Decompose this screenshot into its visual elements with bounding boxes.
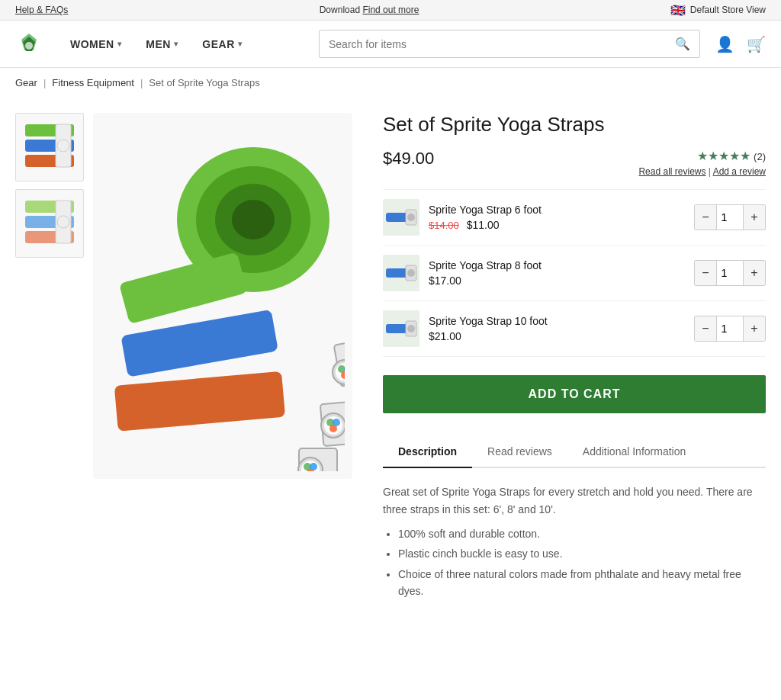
read-all-reviews-link[interactable]: Read all reviews [638, 166, 705, 177]
find-out-more-link[interactable]: Find out more [362, 5, 419, 15]
breadcrumb-current: Set of Sprite Yoga Straps [149, 77, 259, 88]
add-review-link[interactable]: Add a review [713, 166, 766, 177]
breadcrumb-gear[interactable]: Gear [15, 77, 37, 88]
account-icon[interactable]: 👤 [715, 35, 734, 53]
strap-current-price-1: $11.00 [467, 219, 500, 231]
svg-point-2 [25, 42, 33, 50]
top-bar: Help & FAQs Download Find out more 🇬🇧 De… [0, 0, 781, 21]
qty-decrease-1[interactable]: − [695, 205, 716, 230]
help-link[interactable]: Help & FAQs [15, 5, 68, 15]
add-to-cart-button[interactable]: ADD TO CART [383, 375, 766, 413]
svg-point-16 [232, 200, 275, 239]
strap-qty-2: − + [694, 260, 766, 286]
nav-gear[interactable]: GEAR ▾ [190, 32, 254, 56]
thumbnail-list [15, 113, 84, 618]
svg-point-46 [407, 325, 415, 332]
logo[interactable] [15, 31, 43, 58]
strap-thumb-3 [383, 310, 419, 347]
strap-name-1: Sprite Yoga Strap 6 foot [429, 204, 685, 216]
qty-decrease-3[interactable]: − [695, 316, 716, 341]
flag-icon: 🇬🇧 [670, 5, 686, 15]
tab-content-description: Great set of Sprite Yoga Straps for ever… [383, 468, 766, 618]
strap-price-1: $14.00 $11.00 [429, 219, 685, 231]
product-details: Set of Sprite Yoga Straps $49.00 ★★★★★ (… [383, 113, 766, 618]
svg-point-7 [57, 140, 69, 152]
search-input[interactable] [329, 38, 675, 50]
qty-increase-1[interactable]: + [744, 205, 765, 230]
store-label: Default Store View [690, 5, 766, 15]
strap-qty-3: − + [694, 316, 766, 342]
svg-point-12 [57, 216, 69, 228]
main-product-image[interactable] [93, 113, 352, 479]
main-nav: WOMEN ▾ MEN ▾ GEAR ▾ [58, 32, 254, 56]
svg-point-31 [329, 425, 337, 432]
nav-men[interactable]: MEN ▾ [133, 32, 190, 56]
svg-rect-17 [119, 252, 248, 325]
product-images [15, 113, 352, 618]
price-rating-row: $49.00 ★★★★★ (2) Read all reviews | Add … [383, 149, 766, 177]
search-bar[interactable]: 🔍 [319, 30, 700, 58]
header: WOMEN ▾ MEN ▾ GEAR ▾ 🔍 👤 🛒 [0, 21, 781, 68]
breadcrumb: Gear | Fitness Equipment | Set of Sprite… [0, 68, 781, 98]
thumbnail-1[interactable] [15, 113, 84, 181]
strap-info-2: Sprite Yoga Strap 8 foot $17.00 [429, 259, 685, 287]
qty-increase-2[interactable]: + [744, 261, 765, 285]
store-selector[interactable]: 🇬🇧 Default Store View [670, 5, 766, 15]
qty-input-2[interactable] [716, 261, 744, 285]
product-tabs: Description Read reviews Additional Info… [383, 436, 766, 468]
tab-additional[interactable]: Additional Information [567, 436, 701, 468]
feature-item: Choice of three natural colors made from… [398, 566, 766, 600]
chevron-down-icon: ▾ [117, 40, 122, 48]
header-icons: 👤 🛒 [715, 35, 766, 53]
strap-thumb-1 [383, 199, 419, 236]
strap-item-1: Sprite Yoga Strap 6 foot $14.00 $11.00 −… [383, 189, 766, 246]
rating-section: ★★★★★ (2) Read all reviews | Add a revie… [638, 149, 766, 177]
strap-thumb-2 [383, 255, 419, 291]
rating-count: (2) [754, 151, 766, 162]
cart-icon[interactable]: 🛒 [747, 35, 766, 53]
download-info: Download Find out more [320, 5, 419, 15]
chevron-down-icon: ▾ [174, 40, 178, 48]
svg-point-40 [407, 214, 415, 221]
strap-list: Sprite Yoga Strap 6 foot $14.00 $11.00 −… [383, 189, 766, 357]
tab-reviews[interactable]: Read reviews [472, 436, 567, 468]
strap-qty-1: − + [694, 204, 766, 230]
strap-price-3: $21.00 [429, 330, 685, 342]
star-rating: ★★★★★ [697, 149, 750, 162]
chevron-down-icon: ▾ [238, 40, 243, 48]
svg-rect-19 [114, 371, 285, 432]
thumbnail-2[interactable] [15, 189, 84, 258]
main-content: Set of Sprite Yoga Straps $49.00 ★★★★★ (… [0, 98, 781, 634]
breadcrumb-fitness[interactable]: Fitness Equipment [52, 77, 134, 88]
review-links: Read all reviews | Add a review [638, 166, 766, 177]
search-icon: 🔍 [675, 37, 690, 51]
strap-item-3: Sprite Yoga Strap 10 foot $21.00 − + [383, 301, 766, 357]
product-title: Set of Sprite Yoga Straps [383, 113, 766, 136]
qty-input-3[interactable] [716, 316, 744, 341]
qty-increase-3[interactable]: + [744, 316, 765, 341]
strap-name-3: Sprite Yoga Strap 10 foot [429, 315, 685, 327]
qty-decrease-2[interactable]: − [695, 261, 716, 285]
tab-description[interactable]: Description [383, 436, 472, 468]
strap-old-price-1: $14.00 [429, 220, 459, 231]
strap-name-2: Sprite Yoga Strap 8 foot [429, 259, 685, 271]
strap-price-2: $17.00 [429, 275, 685, 287]
feature-item: 100% soft and durable cotton. [398, 525, 766, 542]
description-text: Great set of Sprite Yoga Straps for ever… [383, 483, 766, 599]
product-price: $49.00 [383, 149, 434, 169]
strap-info-1: Sprite Yoga Strap 6 foot $14.00 $11.00 [429, 204, 685, 231]
svg-point-43 [407, 269, 415, 277]
nav-women[interactable]: WOMEN ▾ [58, 32, 133, 56]
features-list: 100% soft and durable cotton.Plastic cin… [398, 525, 766, 600]
strap-item-2: Sprite Yoga Strap 8 foot $17.00 − + [383, 246, 766, 301]
strap-info-3: Sprite Yoga Strap 10 foot $21.00 [429, 315, 685, 342]
feature-item: Plastic cinch buckle is easy to use. [398, 545, 766, 562]
qty-input-1[interactable] [716, 205, 744, 230]
